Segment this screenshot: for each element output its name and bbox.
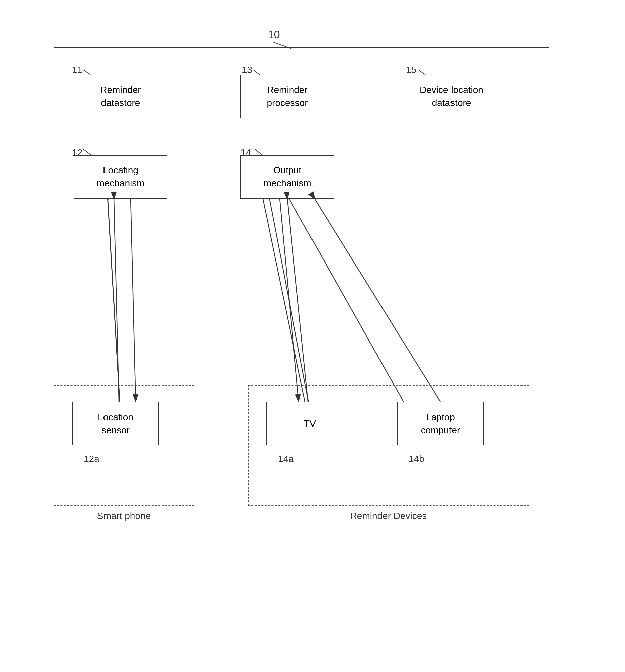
label-12a: 12a [84,454,99,464]
label-smartphone: Smart phone [64,511,184,521]
label-14b: 14b [409,454,424,464]
label-13: 13 [242,65,252,75]
diagram-container: 10 [33,20,592,656]
label-reminder-devices: Reminder Devices [248,511,529,521]
box-tv: TV [266,402,353,445]
box-reminder-processor: Reminder processor [240,75,334,118]
label-14a: 14a [278,454,294,464]
box-reminder-datastore: Reminder datastore [74,75,167,118]
box-location-sensor: Location sensor [72,402,159,445]
label-15: 15 [406,65,416,75]
box-locating-mechanism: Locating mechanism [74,155,167,198]
box-output-mechanism: Output mechanism [240,155,334,198]
box-device-location-datastore: Device location datastore [404,75,499,118]
label-11: 11 [72,65,83,75]
box-laptop-computer: Laptop computer [397,402,484,445]
label-10: 10 [268,28,280,41]
